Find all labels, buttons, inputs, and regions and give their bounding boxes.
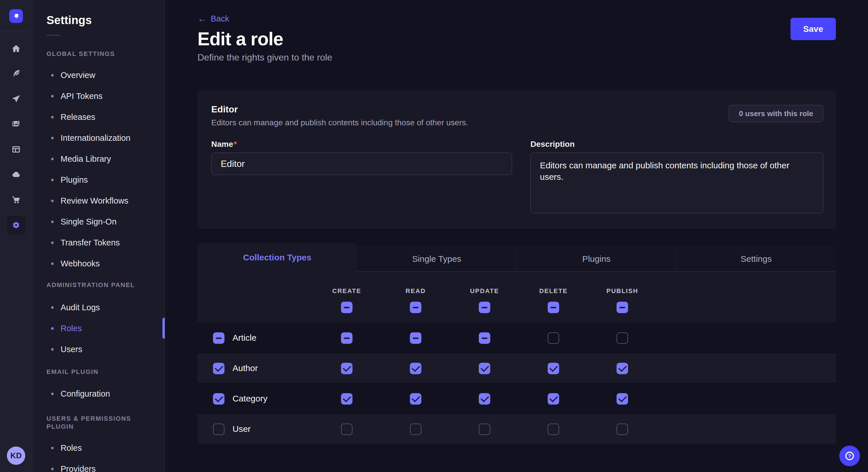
author-update-checkbox[interactable] [479,363,490,374]
permissions-tabs: Collection Types Single Types Plugins Se… [197,243,836,272]
back-link[interactable]: ← Back [197,14,229,24]
settings-sidebar: Settings GLOBAL SETTINGS Overview API To… [32,0,165,472]
bullet-icon [51,95,54,98]
bullet-icon [51,158,54,160]
user-row-checkbox[interactable] [213,424,224,435]
tab-plugins[interactable]: Plugins [516,246,676,272]
select-all-read-checkbox[interactable] [410,302,422,313]
sidebar-item-internationalization[interactable]: Internationalization [46,128,158,148]
user-create-checkbox[interactable] [341,424,352,435]
description-textarea[interactable]: Editors can manage and publish contents … [530,153,823,213]
article-delete-checkbox[interactable] [548,332,559,344]
sidebar-item-audit-logs[interactable]: Audit Logs [46,297,158,318]
sidebar-item-review-workflows[interactable]: Review Workflows [46,191,158,211]
sidebar-item-overview[interactable]: Overview [46,65,158,86]
sidebar-item-media-library[interactable]: Media Library [46,148,158,169]
page-title: Edit a role [197,29,836,49]
rail-divider [0,32,32,32]
media-library-icon[interactable] [7,115,25,133]
permissions-card: Collection Types Single Types Plugins Se… [197,243,836,444]
article-row-checkbox[interactable] [213,332,224,344]
feather-icon[interactable] [7,65,25,83]
users-with-role-badge[interactable]: 0 users with this role [729,105,823,122]
sidebar-item-users[interactable]: Users [46,339,158,360]
tab-collection-types[interactable]: Collection Types [197,243,357,272]
sidebar-item-plugins[interactable]: Plugins [46,169,158,191]
category-update-checkbox[interactable] [479,393,490,405]
settings-gear-icon[interactable] [7,216,25,234]
column-header-update: Update [453,287,516,295]
role-details-card: Editor Editors can manage and publish co… [197,91,836,229]
category-row-checkbox[interactable] [213,393,224,405]
column-header-delete: Delete [522,287,585,295]
tab-single-types[interactable]: Single Types [357,246,517,272]
strapi-logo[interactable] [9,9,23,23]
select-all-update-checkbox[interactable] [479,302,490,313]
page-subtitle: Define the rights given to the role [197,52,836,63]
sidebar-item-webhooks[interactable]: Webhooks [46,253,158,274]
permission-row-article: Article [197,322,836,353]
required-asterisk: * [234,140,237,148]
category-read-checkbox[interactable] [410,393,422,405]
sidebar-item-releases[interactable]: Releases [46,107,158,128]
main-nav-rail: KD [0,0,32,472]
back-arrow-icon: ← [197,14,207,23]
column-header-read: Read [384,287,447,295]
administration-panel-list: Audit Logs Roles Users [46,297,158,360]
cart-icon[interactable] [7,191,25,209]
category-create-checkbox[interactable] [341,393,352,405]
user-publish-checkbox[interactable] [617,424,628,435]
home-icon[interactable] [7,40,25,58]
bullet-icon [51,116,54,119]
layout-icon[interactable] [7,140,25,159]
bullet-icon [51,348,54,351]
bullet-icon [51,74,54,76]
bullet-icon [51,447,54,449]
paper-plane-icon[interactable] [7,90,25,108]
permission-row-category: Category [197,383,836,413]
help-icon: ? [844,450,855,461]
category-delete-checkbox[interactable] [548,393,559,405]
bullet-icon [51,137,54,139]
article-publish-checkbox[interactable] [617,332,628,344]
author-create-checkbox[interactable] [341,363,352,374]
sidebar-item-single-sign-on[interactable]: Single Sign-On [46,211,158,232]
permissions-panel: Create Read Update Delete Publish Articl… [197,272,836,444]
article-read-checkbox[interactable] [410,332,422,344]
bullet-icon [51,179,54,181]
email-plugin-list: Configuration [46,383,158,404]
sidebar-item-roles-active[interactable]: Roles [46,318,158,339]
article-create-checkbox[interactable] [341,332,352,344]
author-read-checkbox[interactable] [410,363,422,374]
tab-settings[interactable]: Settings [676,246,836,272]
sidebar-item-up-providers[interactable]: Providers [46,459,158,472]
bullet-icon [51,262,54,265]
section-label-email-plugin: EMAIL PLUGIN [46,368,158,376]
author-publish-checkbox[interactable] [617,363,628,374]
author-delete-checkbox[interactable] [548,363,559,374]
active-item-indicator [162,318,165,339]
users-permissions-list: Roles Providers [46,438,158,472]
sidebar-item-transfer-tokens[interactable]: Transfer Tokens [46,232,158,253]
save-button[interactable]: Save [790,18,836,40]
bullet-icon [51,468,54,470]
article-update-checkbox[interactable] [479,332,490,344]
category-publish-checkbox[interactable] [617,393,628,405]
bullet-icon [51,221,54,223]
user-avatar[interactable]: KD [7,446,25,465]
sidebar-item-api-tokens[interactable]: API Tokens [46,86,158,107]
permissions-header-row: Create Read Update Delete Publish [197,272,836,322]
cloud-icon[interactable] [7,165,25,183]
help-button[interactable]: ? [839,446,860,466]
sidebar-item-up-roles[interactable]: Roles [46,438,158,459]
user-delete-checkbox[interactable] [548,424,559,435]
select-all-publish-checkbox[interactable] [617,302,628,313]
user-read-checkbox[interactable] [410,424,422,435]
author-row-checkbox[interactable] [213,363,224,374]
user-update-checkbox[interactable] [479,424,490,435]
select-all-create-checkbox[interactable] [341,302,352,313]
select-all-delete-checkbox[interactable] [548,302,559,313]
bullet-icon [51,241,54,244]
sidebar-item-configuration[interactable]: Configuration [46,383,158,404]
name-input[interactable] [211,153,512,175]
